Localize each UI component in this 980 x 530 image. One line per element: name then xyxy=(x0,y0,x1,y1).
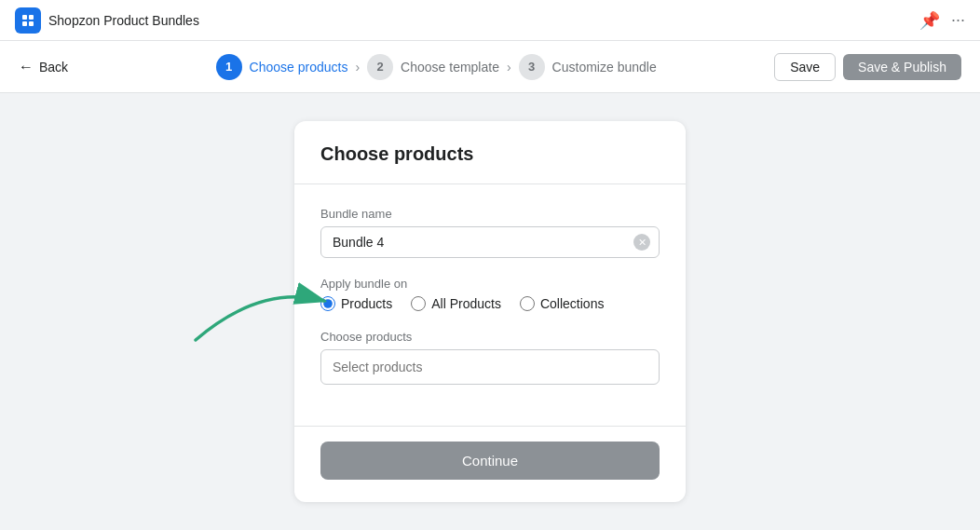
apply-bundle-field: Apply bundle on Products All Products Co… xyxy=(320,277,660,311)
svg-rect-0 xyxy=(22,15,27,20)
app-title: Shopzon Product Bundles xyxy=(48,13,199,28)
clear-input-button[interactable]: ✕ xyxy=(633,234,650,251)
pin-icon[interactable]: 📌 xyxy=(919,10,940,31)
step-1-label: Choose products xyxy=(250,60,348,75)
step-3-label: Customize bundle xyxy=(552,60,657,75)
topbar-left: Shopzon Product Bundles xyxy=(15,7,199,34)
radio-collections-label: Collections xyxy=(540,296,604,311)
bundle-name-input[interactable] xyxy=(320,226,660,258)
topbar: Shopzon Product Bundles 📌 ··· xyxy=(0,0,980,41)
radio-products-label: Products xyxy=(341,296,392,311)
bundle-name-label: Bundle name xyxy=(320,207,660,221)
radio-all-products-label: All Products xyxy=(431,296,501,311)
steps-nav: 1 Choose products › 2 Choose template › … xyxy=(98,54,774,80)
app-icon xyxy=(15,7,41,34)
apply-bundle-label: Apply bundle on xyxy=(320,277,660,291)
back-arrow-icon: ← xyxy=(19,59,34,75)
step-chevron-2: › xyxy=(507,60,511,75)
card: Choose products Bundle name ✕ Apply bund… xyxy=(294,121,686,502)
save-button[interactable]: Save xyxy=(774,53,836,81)
svg-rect-2 xyxy=(22,21,27,26)
save-publish-button[interactable]: Save & Publish xyxy=(843,54,961,80)
radio-all-products[interactable]: All Products xyxy=(411,296,501,311)
step-2: 2 Choose template xyxy=(367,54,499,80)
more-icon[interactable]: ··· xyxy=(951,10,965,30)
choose-products-field: Choose products xyxy=(320,330,660,385)
select-products-input[interactable] xyxy=(320,349,660,385)
arrow-pointer xyxy=(186,265,335,353)
step-3: 3 Customize bundle xyxy=(519,54,657,80)
bundle-name-field: Bundle name ✕ xyxy=(320,207,660,258)
step-chevron-1: › xyxy=(355,60,360,75)
bundle-name-input-wrap: ✕ xyxy=(320,226,660,258)
back-label: Back xyxy=(39,60,68,75)
navbar: ← Back 1 Choose products › 2 Choose temp… xyxy=(0,41,980,93)
svg-rect-1 xyxy=(29,15,34,20)
card-body: Bundle name ✕ Apply bundle on Products xyxy=(294,184,686,426)
radio-group: Products All Products Collections xyxy=(320,296,660,311)
step-1: 1 Choose products xyxy=(216,54,348,80)
card-title: Choose products xyxy=(320,143,660,165)
card-header: Choose products xyxy=(294,121,686,184)
back-button[interactable]: ← Back xyxy=(19,59,68,75)
step-1-circle: 1 xyxy=(216,54,242,80)
card-footer: Continue xyxy=(294,426,686,502)
main-content: Choose products Bundle name ✕ Apply bund… xyxy=(0,93,980,530)
svg-rect-3 xyxy=(29,21,34,26)
choose-products-label: Choose products xyxy=(320,330,660,344)
step-2-label: Choose template xyxy=(401,60,499,75)
step-3-circle: 3 xyxy=(519,54,545,80)
header-actions: Save Save & Publish xyxy=(774,53,961,81)
topbar-right: 📌 ··· xyxy=(919,10,965,31)
radio-collections[interactable]: Collections xyxy=(520,296,604,311)
continue-button[interactable]: Continue xyxy=(320,442,660,480)
step-2-circle: 2 xyxy=(367,54,393,80)
